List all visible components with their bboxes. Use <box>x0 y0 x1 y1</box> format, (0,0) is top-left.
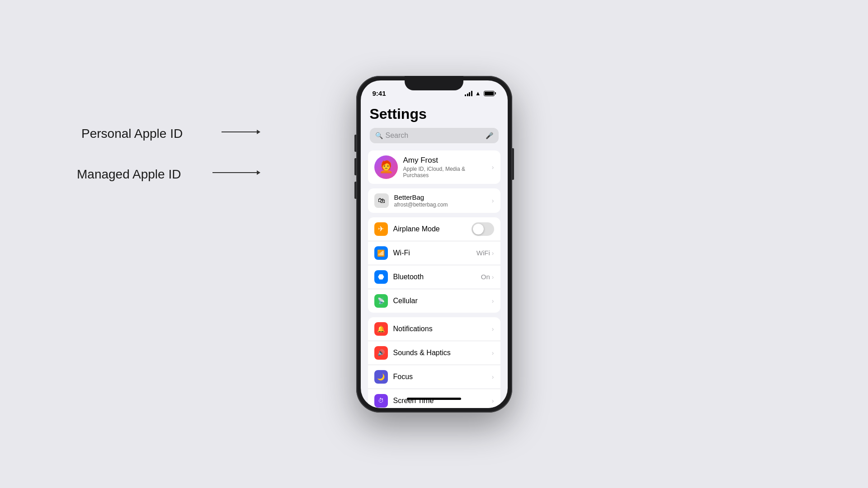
profile-info: Amy Frost Apple ID, iCloud, Media & Purc… <box>403 156 492 178</box>
sounds-label: Sounds & Haptics <box>393 349 492 357</box>
personal-arrow <box>222 131 258 132</box>
home-indicator[interactable] <box>407 398 461 400</box>
screen-time-chevron-icon: › <box>492 397 494 404</box>
phone-frame: 9:41 ▲ <box>356 76 512 413</box>
profile-row[interactable]: 🧑‍🦰 Amy Frost Apple ID, iCloud, Media & … <box>368 150 500 184</box>
wifi-row[interactable]: 📶 Wi-Fi WiFi › <box>368 241 500 265</box>
sounds-icon: 🔊 <box>374 346 388 360</box>
cellular-row[interactable]: 📡 Cellular › <box>368 289 500 313</box>
status-time: 9:41 <box>373 89 386 97</box>
airplane-mode-icon: ✈ <box>374 222 388 236</box>
signal-bar-1 <box>465 94 466 96</box>
signal-bar-3 <box>469 92 470 96</box>
focus-chevron-icon: › <box>492 373 494 380</box>
toggle-knob <box>473 224 484 235</box>
connectivity-group: ✈ Airplane Mode 📶 Wi-Fi WiFi › <box>368 217 500 313</box>
focus-label: Focus <box>393 373 492 381</box>
notifications-icon: 🔔 <box>374 322 388 336</box>
notifications-chevron-icon: › <box>492 325 494 333</box>
status-icons: ▲ <box>465 90 495 97</box>
avatar: 🧑‍🦰 <box>374 155 398 179</box>
wifi-value: WiFi <box>476 249 490 257</box>
bluetooth-icon: ⬣ <box>374 270 388 284</box>
settings-title: Settings <box>361 102 508 128</box>
profile-name: Amy Frost <box>403 156 492 165</box>
airplane-mode-label: Airplane Mode <box>393 225 472 233</box>
search-bar[interactable]: 🔍 Search 🎤 <box>370 128 499 143</box>
bluetooth-chevron-icon: › <box>492 273 494 281</box>
battery-fill <box>485 92 494 95</box>
system-group: 🔔 Notifications › 🔊 Sounds & Haptics › 🌙… <box>368 317 500 408</box>
notch <box>405 76 463 90</box>
wifi-icon: ▲ <box>475 90 481 97</box>
sounds-row[interactable]: 🔊 Sounds & Haptics › <box>368 341 500 365</box>
betterbag-email: afrost@betterbag.com <box>394 202 492 208</box>
managed-arrow <box>212 172 258 173</box>
profile-subtitle: Apple ID, iCloud, Media & Purchases <box>403 166 492 178</box>
betterbag-chevron-icon: › <box>492 197 494 204</box>
airplane-mode-toggle[interactable] <box>472 222 494 236</box>
sounds-chevron-icon: › <box>492 349 494 357</box>
battery-body <box>484 91 495 96</box>
scroll-content[interactable]: Settings 🔍 Search 🎤 🧑‍🦰 Amy Frost Apple … <box>361 102 508 408</box>
screen-time-icon: ⏱ <box>374 394 388 408</box>
managed-apple-id-label: Managed Apple ID <box>77 167 181 182</box>
signal-bar-2 <box>467 94 468 96</box>
focus-row[interactable]: 🌙 Focus › <box>368 365 500 389</box>
battery-icon <box>484 91 496 96</box>
cellular-icon: 📡 <box>374 294 388 308</box>
battery-tip <box>495 92 496 94</box>
bluetooth-label: Bluetooth <box>393 273 481 281</box>
cellular-label: Cellular <box>393 297 492 305</box>
profile-chevron-icon: › <box>492 164 494 171</box>
cellular-chevron-icon: › <box>492 297 494 305</box>
airplane-mode-row[interactable]: ✈ Airplane Mode <box>368 217 500 241</box>
search-input[interactable]: Search <box>386 131 483 140</box>
wifi-chevron-icon: › <box>492 249 494 257</box>
betterbag-icon: 🛍 <box>374 193 389 208</box>
screen: 9:41 ▲ <box>361 80 508 408</box>
wifi-setting-icon: 📶 <box>374 246 388 260</box>
managed-account-group: 🛍 BetterBag afrost@betterbag.com › <box>368 188 500 213</box>
focus-icon: 🌙 <box>374 370 388 384</box>
managed-account-row[interactable]: 🛍 BetterBag afrost@betterbag.com › <box>368 188 500 213</box>
microphone-icon[interactable]: 🎤 <box>486 132 493 139</box>
signal-bars-icon <box>465 91 472 96</box>
bluetooth-row[interactable]: ⬣ Bluetooth On › <box>368 265 500 289</box>
bluetooth-value: On <box>481 273 490 281</box>
betterbag-name: BetterBag <box>394 193 492 201</box>
personal-apple-id-label: Personal Apple ID <box>81 127 183 141</box>
notifications-label: Notifications <box>393 325 492 333</box>
signal-bar-4 <box>471 91 472 96</box>
search-icon: 🔍 <box>375 132 383 139</box>
wifi-label: Wi-Fi <box>393 249 476 257</box>
notifications-row[interactable]: 🔔 Notifications › <box>368 317 500 341</box>
scene: Personal Apple ID Managed Apple ID 9:41 … <box>0 0 868 488</box>
betterbag-info: BetterBag afrost@betterbag.com <box>394 193 492 208</box>
profile-group: 🧑‍🦰 Amy Frost Apple ID, iCloud, Media & … <box>368 150 500 184</box>
